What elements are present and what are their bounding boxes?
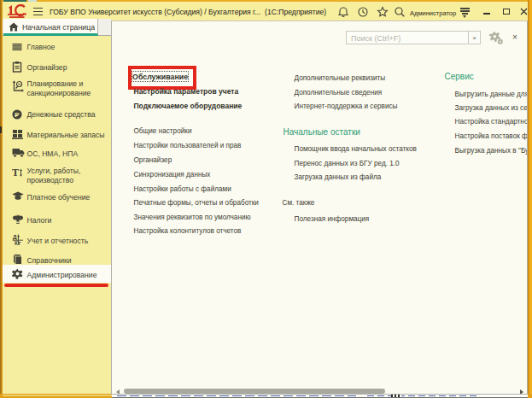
svg-text:Т: Т: [12, 167, 19, 179]
svg-text:Р: Р: [15, 111, 19, 119]
